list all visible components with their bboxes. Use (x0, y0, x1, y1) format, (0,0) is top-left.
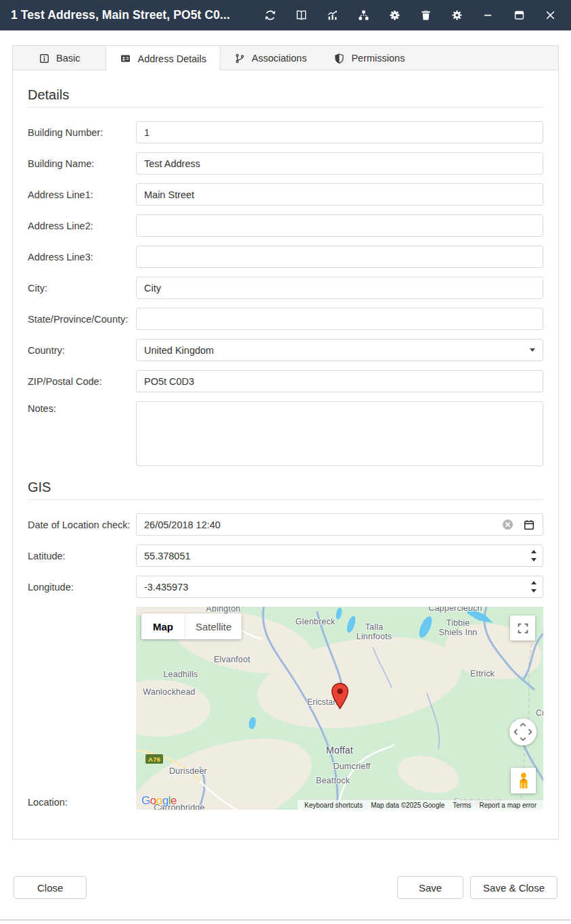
address-line3-input[interactable] (136, 246, 543, 268)
field-label-date-of-location-check: Date of Location check: (28, 519, 136, 530)
field-label-city: City: (28, 283, 136, 294)
book-icon[interactable] (289, 3, 313, 28)
footer-right: Save Save & Close (397, 876, 557, 899)
workflow-icon[interactable] (351, 3, 375, 28)
titlebar: 1 Test Address, Main Street, PO5t C0... (0, 0, 571, 30)
fullscreen-icon (516, 621, 530, 636)
trash-icon[interactable] (413, 3, 438, 28)
spin-down-button[interactable] (530, 558, 538, 562)
pan-control[interactable] (509, 718, 536, 745)
tab-bar: BasicAddress DetailsAssociationsPermissi… (12, 45, 559, 70)
tab-label: Associations (252, 53, 306, 64)
address-line1-input[interactable]: Main Street (136, 183, 543, 206)
building-number-input[interactable]: 1 (136, 121, 543, 143)
section-divider (28, 107, 543, 108)
window-bottom-border (0, 919, 571, 921)
google-logo-letter: e (170, 794, 177, 807)
minimize-icon[interactable] (476, 3, 500, 28)
save-close-button[interactable]: Save & Close (470, 876, 557, 899)
field-label-latitude: Latitude: (28, 551, 136, 561)
form-row-address-line1: Address Line1:Main Street (28, 183, 543, 206)
clear-icon[interactable] (501, 518, 514, 531)
shield-icon (334, 53, 345, 64)
google-logo-letter: g (162, 794, 168, 807)
field-label-notes: Notes: (28, 403, 136, 414)
form-row-location: Location: (28, 607, 543, 810)
map-attribution: Keyboard shortcutsMap data ©2025 GoogleT… (298, 800, 543, 810)
city-input[interactable]: City (136, 277, 543, 299)
country-input[interactable]: United Kingdom (136, 339, 543, 361)
map-marker-icon[interactable] (331, 683, 349, 710)
tab-label: Address Details (137, 53, 206, 64)
field-value: Main Street (144, 189, 535, 200)
address-line2-input[interactable] (136, 214, 543, 237)
section-divider (28, 499, 543, 500)
maximize-icon[interactable] (507, 3, 531, 28)
field-label-address-line3: Address Line3: (28, 252, 136, 262)
gear-icon[interactable] (444, 3, 469, 28)
longitude-input[interactable]: -3.435973 (136, 576, 543, 598)
window-title: 1 Test Address, Main Street, PO5t C0... (11, 8, 258, 22)
field-value: Test Address (144, 158, 535, 169)
section-heading-details: Details (28, 87, 543, 103)
date-of-location-check-input[interactable]: 26/05/2018 12:40 (136, 513, 543, 536)
tab-permissions[interactable]: Permissions (320, 46, 418, 70)
form-panel: Details Building Number:1Building Name:T… (12, 70, 559, 839)
refresh-icon[interactable] (258, 3, 282, 28)
google-logo[interactable]: Google (141, 794, 177, 808)
save-button[interactable]: Save (397, 876, 463, 899)
field-value: 55.378051 (144, 551, 535, 561)
field-value: 1 (144, 127, 535, 138)
building-name-input[interactable]: Test Address (136, 152, 543, 175)
map-view-button[interactable]: Map (141, 614, 185, 639)
attribution-terms[interactable]: Terms (449, 802, 475, 809)
spinner (530, 545, 538, 566)
chart-icon[interactable] (320, 3, 344, 28)
attribution-report-a-map-error[interactable]: Report a map error (476, 802, 541, 809)
street-view-pegman[interactable] (511, 768, 536, 793)
field-value: City (144, 283, 535, 294)
form-row-state-province-county: State/Province/County: (28, 308, 543, 330)
section-heading-gis: GIS (28, 480, 543, 495)
branch-icon (234, 53, 246, 64)
details-section: Details Building Number:1Building Name:T… (28, 87, 543, 466)
notes-input[interactable] (136, 401, 543, 466)
field-label-address-line2: Address Line2: (28, 221, 136, 231)
titlebar-actions (258, 3, 562, 28)
field-value: -3.435973 (144, 582, 535, 593)
form-row-building-number: Building Number:1 (28, 121, 543, 143)
gear-rounded-icon[interactable] (382, 3, 407, 28)
attribution-map-data-2025-google: Map data ©2025 Google (367, 802, 449, 809)
tab-basic[interactable]: Basic (13, 46, 106, 70)
pan-icon (509, 718, 536, 745)
google-logo-letter: o (150, 794, 156, 807)
spin-up-button[interactable] (530, 581, 538, 585)
close-button[interactable]: Close (14, 876, 87, 899)
info-icon (39, 53, 50, 64)
zip-postal-code-input[interactable]: PO5t C0D3 (136, 370, 543, 392)
spin-up-button[interactable] (530, 550, 538, 554)
tab-address-details[interactable]: Address Details (106, 46, 221, 71)
footer: Close Save Save & Close (12, 876, 559, 899)
calendar-icon[interactable] (523, 519, 535, 531)
field-label-building-name: Building Name: (28, 158, 136, 169)
fullscreen-button[interactable] (510, 616, 535, 641)
gis-section: GIS Date of Location check:26/05/2018 12… (28, 480, 543, 810)
satellite-view-button[interactable]: Satellite (185, 614, 242, 639)
form-row-zip-postal-code: ZIP/Postal Code:PO5t C0D3 (28, 370, 543, 392)
attribution-keyboard-shortcuts[interactable]: Keyboard shortcuts (300, 802, 367, 809)
form-row-building-name: Building Name:Test Address (28, 152, 543, 175)
form-row-country: Country:United Kingdom (28, 339, 543, 361)
field-label-country: Country: (28, 345, 136, 356)
dropdown-caret-icon[interactable] (530, 348, 535, 352)
spinner (530, 576, 538, 597)
latitude-input[interactable]: 55.378051 (136, 545, 543, 567)
google-logo-letter: G (141, 794, 150, 807)
close-icon[interactable] (538, 3, 562, 28)
state-province-county-input[interactable] (136, 308, 543, 330)
street-view-pegman-icon (513, 770, 534, 791)
spin-down-button[interactable] (530, 589, 538, 593)
google-map[interactable]: AbingtonCappercleuchGlenbreckTalla Linnf… (136, 607, 543, 810)
form-row-address-line3: Address Line3: (28, 246, 543, 268)
tab-associations[interactable]: Associations (221, 46, 320, 70)
